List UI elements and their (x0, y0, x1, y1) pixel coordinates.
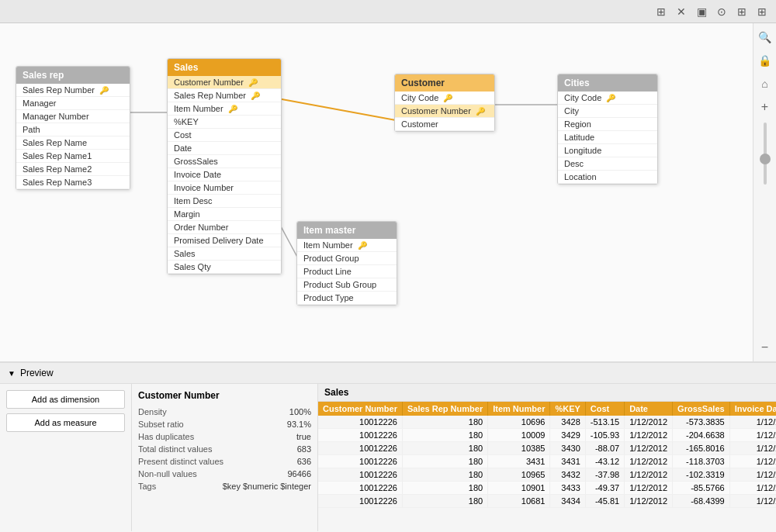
field-gross-sales[interactable]: GrossSales (168, 155, 281, 168)
circle-icon[interactable]: ⊙ (714, 4, 729, 19)
item-master-header: Item master (297, 222, 397, 239)
field-order-number[interactable]: Order Number (168, 221, 281, 234)
preview-title: Preview (20, 368, 54, 378)
field-customer[interactable]: Customer (395, 118, 494, 131)
table-row: 10012226180106813434-45.811/12/2012-68.4… (318, 495, 776, 508)
search-icon[interactable]: 🔍 (757, 29, 773, 45)
customer-header: Customer (395, 74, 494, 92)
table-scroll[interactable]: Customer Number Sales Rep Number Item Nu… (318, 402, 776, 529)
field-item-number-s[interactable]: Item Number 🔑 (168, 102, 281, 116)
field-sales[interactable]: Sales (168, 247, 281, 261)
stat-tags: Tags $key $numeric $integer (138, 480, 311, 492)
cross-icon[interactable]: ✕ (674, 4, 689, 19)
col-sales-rep-number[interactable]: Sales Rep Number (402, 402, 487, 416)
table-row: 10012226180109653432-37.981/12/2012-102.… (318, 468, 776, 482)
field-manager[interactable]: Manager (16, 97, 130, 110)
field-longitude[interactable]: Longitude (558, 144, 657, 157)
field-region[interactable]: Region (558, 118, 657, 131)
field-customer-number-c[interactable]: Customer Number 🔑 (395, 105, 494, 118)
preview-section: ▼ Preview Add as dimension Add as measur… (0, 361, 776, 532)
layout-icon[interactable]: ⊞ (734, 4, 750, 19)
table-row: 10012226180109013433-49.371/12/2012-85.5… (318, 482, 776, 495)
item-master-table: Item master Item Number 🔑 Product Group … (296, 221, 397, 306)
svg-line-1 (269, 97, 396, 120)
sales-rep-table: Sales rep Sales Rep Number 🔑 Manager Man… (16, 66, 130, 190)
grid2-icon[interactable]: ⊞ (754, 4, 770, 19)
field-item-number-im[interactable]: Item Number 🔑 (297, 239, 397, 252)
square-icon[interactable]: ▣ (694, 4, 709, 19)
top-toolbar: ⊞ ✕ ▣ ⊙ ⊞ ⊞ (0, 0, 776, 23)
field-city-code-ci[interactable]: City Code 🔑 (558, 92, 657, 105)
table-row: 10012226180100093429-105.931/12/2012-204… (318, 429, 776, 442)
col-pct-key[interactable]: %KEY (550, 402, 585, 416)
field-invoice-date[interactable]: Invoice Date (168, 168, 281, 181)
table-row: 10012226180106963428-513.151/12/2012-573… (318, 416, 776, 429)
col-item-number[interactable]: Item Number (488, 402, 550, 416)
field-promised-delivery[interactable]: Promised Delivery Date (168, 234, 281, 247)
preview-left-panel: Add as dimension Add as measure (0, 384, 132, 531)
stat-total-distinct: Total distinct values 683 (138, 443, 311, 455)
canvas[interactable]: Sales rep Sales Rep Number 🔑 Manager Man… (0, 23, 753, 361)
zoom-in-icon[interactable]: + (757, 99, 773, 115)
col-cost[interactable]: Cost (585, 402, 624, 416)
zoom-track (764, 123, 767, 185)
customer-table: Customer City Code 🔑 Customer Number 🔑 C… (394, 74, 495, 132)
field-desc[interactable]: Desc (558, 157, 657, 171)
col-customer-number[interactable]: Customer Number (318, 402, 402, 416)
field-sales-rep-name1[interactable]: Sales Rep Name1 (16, 150, 130, 163)
preview-stats-panel: Customer Number Density 100% Subset rati… (132, 384, 318, 531)
cities-header: Cities (558, 74, 657, 92)
field-sales-rep-name[interactable]: Sales Rep Name (16, 136, 130, 150)
lock-icon[interactable]: 🔒 (757, 53, 773, 68)
add-measure-button[interactable]: Add as measure (6, 413, 125, 432)
zoom-thumb[interactable] (760, 154, 771, 164)
preview-data-table-area: Sales Customer Number Sales Rep Number I… (318, 384, 776, 531)
field-cost[interactable]: Cost (168, 129, 281, 142)
field-customer-number[interactable]: Customer Number 🔑 (168, 76, 281, 89)
field-invoice-number[interactable]: Invoice Number (168, 181, 281, 195)
field-path[interactable]: Path (16, 123, 130, 136)
preview-data-table: Customer Number Sales Rep Number Item Nu… (318, 402, 776, 508)
field-sales-rep-name2[interactable]: Sales Rep Name2 (16, 163, 130, 176)
field-date[interactable]: Date (168, 142, 281, 155)
selected-field-title: Customer Number (138, 390, 311, 401)
home-icon[interactable]: ⌂ (757, 76, 773, 92)
field-sales-qty[interactable]: Sales Qty (168, 261, 281, 274)
field-item-desc[interactable]: Item Desc (168, 195, 281, 208)
field-product-line[interactable]: Product Line (297, 265, 397, 278)
stat-subset-ratio: Subset ratio 93.1% (138, 418, 311, 430)
field-city[interactable]: City (558, 105, 657, 118)
field-product-sub-group[interactable]: Product Sub Group (297, 278, 397, 292)
col-date[interactable]: Date (625, 402, 673, 416)
col-invoice-date[interactable]: Invoice Date (729, 402, 776, 416)
preview-header[interactable]: ▼ Preview (0, 363, 776, 384)
main-canvas-area: Sales rep Sales Rep Number 🔑 Manager Man… (0, 23, 776, 361)
field-product-type[interactable]: Product Type (297, 292, 397, 305)
table-row: 10012226180103853430-88.071/12/2012-165.… (318, 442, 776, 455)
field-sales-rep-name3[interactable]: Sales Rep Name3 (16, 176, 130, 189)
field-latitude[interactable]: Latitude (558, 131, 657, 144)
zoom-slider-container (764, 123, 767, 332)
field-product-group[interactable]: Product Group (297, 252, 397, 265)
field-margin[interactable]: Margin (168, 208, 281, 221)
field-city-code-c[interactable]: City Code 🔑 (395, 92, 494, 105)
sales-header: Sales (168, 59, 281, 76)
stat-density: Density 100% (138, 406, 311, 418)
sales-table-title: Sales (318, 384, 776, 402)
table-row: 1001222618034313431-43.121/12/2012-118.3… (318, 455, 776, 468)
cities-table: Cities City Code 🔑 City Region Latitude … (557, 74, 658, 185)
field-pct-key[interactable]: %KEY (168, 116, 281, 129)
zoom-out-icon[interactable]: − (757, 340, 773, 355)
field-sales-rep-number[interactable]: Sales Rep Number 🔑 (16, 84, 130, 97)
grid-icon[interactable]: ⊞ (653, 4, 669, 19)
sales-table: Sales Customer Number 🔑 Sales Rep Number… (167, 58, 282, 275)
col-gross-sales[interactable]: GrossSales (673, 402, 730, 416)
sales-rep-header: Sales rep (16, 67, 130, 84)
right-sidebar: 🔍 🔒 ⌂ + − (753, 23, 776, 361)
field-sales-rep-number-s[interactable]: Sales Rep Number 🔑 (168, 89, 281, 102)
stat-present-distinct: Present distinct values 636 (138, 455, 311, 468)
field-location[interactable]: Location (558, 171, 657, 184)
field-manager-number[interactable]: Manager Number (16, 110, 130, 123)
stat-has-duplicates: Has duplicates true (138, 430, 311, 443)
add-dimension-button[interactable]: Add as dimension (6, 390, 125, 409)
